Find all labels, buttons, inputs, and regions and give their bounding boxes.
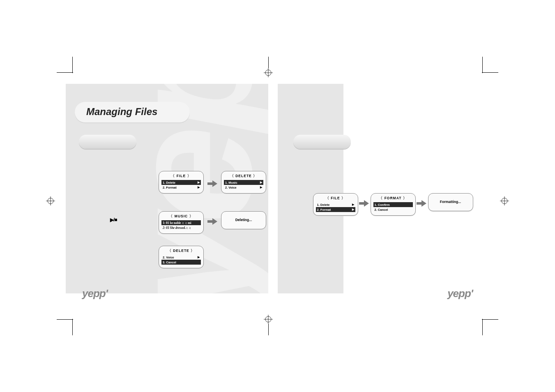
menu-item-cancel: 2. Cancel <box>373 207 413 212</box>
registration-mark-icon <box>264 68 273 77</box>
registration-mark-icon <box>500 196 509 205</box>
menu-item-format: 2. Format▶ <box>316 207 355 212</box>
crop-mark <box>482 57 483 73</box>
registration-mark-icon <box>46 196 55 205</box>
crop-mark <box>268 324 269 335</box>
menu-track-2: 2: 03 She dressed.♫ ♫ <box>161 225 201 230</box>
page-title: Managing Files <box>86 106 157 117</box>
left-page: yepp' Managing Files ▶/■ 〈 FILE 〉 1. Del… <box>66 82 278 310</box>
status-text: Deleting... <box>235 218 252 222</box>
crop-mark <box>72 319 73 335</box>
lcd-file-menu: 〈 FILE 〉 1. Delete▶ 2. Format▶ <box>159 171 204 194</box>
page-title-bubble: Managing Files <box>75 102 190 122</box>
menu-track-1: 1: 01 be noble ♫ ♫ mi <box>161 220 201 225</box>
ghost-brand-text: yepp' <box>331 84 343 293</box>
menu-item-confirm: 1. Confirm <box>373 202 413 207</box>
menu-item-cancel: 3. Cancel <box>161 260 201 265</box>
crop-mark <box>57 319 73 320</box>
arrow-right-icon <box>207 218 217 225</box>
lcd-header: 〈 DELETE 〉 <box>161 249 201 254</box>
lcd-delete-menu-cancel: 〈 DELETE 〉 2. Voice▶ 3. Cancel <box>159 246 204 268</box>
arrow-right-icon <box>207 180 217 187</box>
crop-mark <box>268 57 269 68</box>
lcd-format-menu: 〈 FORMAT 〉 1. Confirm 2. Cancel <box>371 193 416 216</box>
arrow-right-icon <box>359 200 369 207</box>
lcd-music-menu: 〈 MUSIC 〉 1: 01 be noble ♫ ♫ mi 2: 03 Sh… <box>159 211 204 234</box>
lcd-header: 〈 FILE 〉 <box>161 174 201 179</box>
play-pause-icon: ▶/■ <box>110 217 117 223</box>
lcd-file-menu: 〈 FILE 〉 1. Delete▶ 2. Format▶ <box>313 193 358 216</box>
crop-mark <box>72 57 73 73</box>
section-bubble <box>79 135 136 149</box>
lcd-header: 〈 DELETE 〉 <box>224 174 263 179</box>
lcd-header: 〈 FORMAT 〉 <box>373 196 413 201</box>
lcd-deleting-message: Deleting... <box>221 211 266 229</box>
menu-item-format: 2. Format▶ <box>161 185 201 190</box>
right-page: yepp' 〈 FILE 〉 1. Delete▶ 2. Format▶ 〈 F… <box>278 82 490 310</box>
arrow-right-icon <box>417 200 426 207</box>
crop-mark <box>482 319 498 320</box>
crop-mark <box>482 72 498 73</box>
brand-logo: yepp' <box>82 287 108 300</box>
section-bubble <box>293 135 351 149</box>
lcd-formatting-message: Formatting... <box>428 193 473 211</box>
menu-item-voice: 2. Voice▶ <box>161 255 201 260</box>
crop-mark <box>57 72 73 73</box>
menu-item-voice: 2. Voice▶ <box>224 185 263 190</box>
menu-item-music: 1. Music▶ <box>224 180 263 185</box>
menu-item-delete: 1. Delete▶ <box>316 202 355 207</box>
lcd-header: 〈 FILE 〉 <box>316 196 355 201</box>
registration-mark-icon <box>264 315 273 324</box>
menu-item-delete: 1. Delete▶ <box>161 180 201 185</box>
lcd-delete-menu: 〈 DELETE 〉 1. Music▶ 2. Voice▶ <box>221 171 266 194</box>
lcd-header: 〈 MUSIC 〉 <box>161 214 201 219</box>
grey-background: yepp' <box>278 84 343 293</box>
crop-mark <box>482 319 483 335</box>
brand-logo: yepp' <box>447 287 473 300</box>
status-text: Formatting... <box>440 200 461 204</box>
